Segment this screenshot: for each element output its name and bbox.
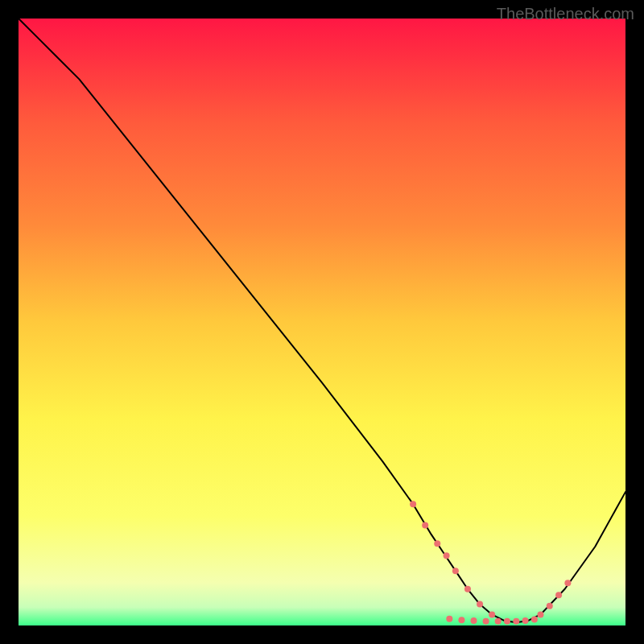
highlight-dot (513, 618, 519, 625)
highlight-dot (537, 611, 543, 617)
highlight-dot (564, 580, 571, 586)
gradient-background (19, 19, 625, 625)
highlight-dot (495, 618, 502, 625)
highlight-dot (471, 617, 477, 624)
highlight-dot (444, 552, 450, 559)
highlight-dot (458, 617, 464, 623)
watermark-text: TheBottleneck.com (497, 5, 634, 23)
highlight-dot (446, 616, 452, 622)
highlight-dot (477, 601, 483, 608)
highlight-dot (489, 611, 495, 617)
highlight-dot (531, 616, 538, 622)
highlight-dot (504, 618, 510, 625)
highlight-dot (422, 522, 428, 529)
highlight-dot (483, 618, 489, 625)
chart-svg (0, 0, 644, 644)
highlight-dot (555, 592, 562, 598)
highlight-dot (547, 603, 553, 609)
highlight-dot (452, 568, 459, 574)
highlight-dot (434, 540, 440, 547)
chart-container: TheBottleneck.com (0, 0, 644, 644)
highlight-dot (464, 586, 471, 592)
highlight-dot (522, 617, 529, 624)
highlight-dot (410, 501, 416, 507)
